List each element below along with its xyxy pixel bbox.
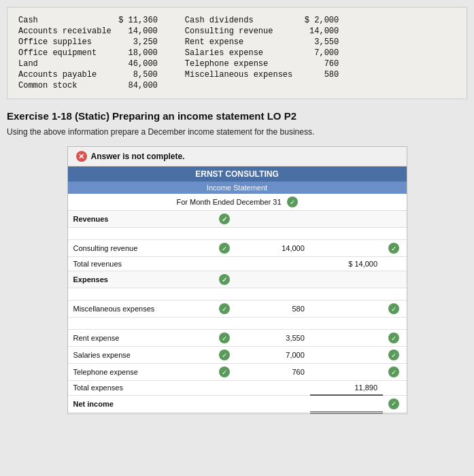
account-name: Office equipment (18, 48, 112, 58)
expenses-check-icon: ✓ (219, 274, 230, 285)
total-expenses-row: Total expenses 11,890 (68, 381, 407, 396)
rent-expense-row: Rent expense ✓ 3,550 ✓ (68, 330, 407, 347)
account-row: Land46,000 (18, 59, 158, 69)
account-name: Office supplies (18, 37, 112, 47)
account-value: 14,000 (298, 27, 339, 36)
answer-status: ✕ Answer is not complete. (68, 147, 407, 167)
account-value: 46,000 (117, 59, 158, 69)
account-row: Salaries expense7,000 (185, 48, 339, 58)
account-name: Miscellaneous expenses (185, 70, 292, 80)
total-revenues-label: Total revenues (68, 257, 214, 271)
account-row: Accounts payable8,500 (18, 70, 158, 80)
telephone-check: ✓ (214, 364, 237, 381)
account-name: Cash (18, 16, 112, 25)
rent-expense-label: Rent expense (68, 330, 214, 347)
rent-check2-icon: ✓ (388, 333, 399, 343)
misc-expense-label: Miscellaneous expenses (68, 301, 214, 318)
blank-row-3 (68, 318, 407, 330)
answer-status-text: Answer is not complete. (91, 152, 185, 161)
company-name: ERNST CONSULTING (68, 167, 407, 182)
expenses-label: Expenses (68, 271, 214, 288)
consulting-revenue-row: Consulting revenue ✓ 14,000 ✓ (68, 240, 407, 257)
misc-expense-row: Miscellaneous expenses ✓ 580 ✓ (68, 301, 407, 318)
account-row: Consulting revenue14,000 (185, 27, 339, 36)
consulting-check2-icon: ✓ (388, 243, 399, 254)
exercise-title: Exercise 1-18 (Static) Preparing an inco… (7, 110, 467, 122)
account-value: $ 11,360 (117, 16, 158, 25)
salaries-check2: ✓ (383, 347, 406, 364)
account-value: 18,000 (117, 48, 158, 58)
consulting-check-icon: ✓ (219, 243, 230, 254)
statement-period: For Month Ended December 31 ✓ (68, 194, 407, 211)
telephone-expense-amount: 760 (237, 364, 309, 381)
right-accounts: Cash dividends$ 2,000Consulting revenue1… (185, 16, 339, 90)
expenses-check: ✓ (214, 271, 237, 288)
account-value: 7,000 (298, 48, 339, 58)
expenses-row: Expenses ✓ (68, 271, 407, 288)
account-value: 3,250 (117, 37, 158, 47)
account-value: 760 (298, 59, 339, 69)
net-income-amount (310, 395, 383, 412)
rent-check: ✓ (214, 330, 237, 347)
consulting-revenue-amount: 14,000 (237, 240, 309, 257)
misc-check2-icon: ✓ (388, 303, 399, 314)
error-icon: ✕ (76, 151, 87, 162)
account-value: 14,000 (117, 27, 158, 36)
revenues-check: ✓ (214, 211, 237, 228)
blank-row-1 (68, 228, 407, 240)
answer-box: ✕ Answer is not complete. ERNST CONSULTI… (67, 146, 407, 414)
account-row: Accounts receivable14,000 (18, 27, 158, 36)
misc-check2: ✓ (383, 301, 406, 318)
net-income-label: Net income (68, 395, 214, 412)
revenues-check-icon: ✓ (219, 214, 230, 224)
total-revenues-row: Total revenues $ 14,000 (68, 257, 407, 271)
account-row: Cash dividends$ 2,000 (185, 16, 339, 25)
salaries-expense-label: Salaries expense (68, 347, 214, 364)
account-value: 8,500 (117, 70, 158, 80)
account-name: Rent expense (185, 37, 292, 47)
reference-data: Cash$ 11,360Accounts receivable14,000Off… (7, 7, 467, 99)
consulting-check: ✓ (214, 240, 237, 257)
account-row: Cash$ 11,360 (18, 16, 158, 25)
misc-expense-amount: 580 (237, 301, 309, 318)
blank-row-2 (68, 288, 407, 301)
telephone-check2: ✓ (383, 364, 406, 381)
account-row: Rent expense3,550 (185, 37, 339, 47)
account-name: Cash dividends (185, 16, 292, 25)
account-row: Office supplies3,250 (18, 37, 158, 47)
exercise-desc: Using the above information prepare a De… (7, 127, 467, 137)
account-value: 3,550 (298, 37, 339, 47)
telephone-check2-icon: ✓ (388, 367, 399, 377)
account-name: Accounts payable (18, 70, 112, 80)
telephone-check-icon: ✓ (219, 367, 230, 377)
net-income-check-icon: ✓ (388, 398, 399, 409)
rent-check-icon: ✓ (219, 333, 230, 343)
account-value: 580 (298, 70, 339, 80)
account-row: Office equipment18,000 (18, 48, 158, 58)
account-name: Accounts receivable (18, 27, 112, 36)
account-name: Common stock (18, 81, 112, 90)
account-name: Consulting revenue (185, 27, 292, 36)
revenues-label: Revenues (68, 211, 214, 228)
income-statement-table: Revenues ✓ Consulting revenue ✓ 14,000 ✓… (68, 211, 407, 413)
left-accounts: Cash$ 11,360Accounts receivable14,000Off… (18, 16, 158, 90)
revenues-row: Revenues ✓ (68, 211, 407, 228)
salaries-expense-amount: 7,000 (237, 347, 309, 364)
salaries-check-icon: ✓ (219, 350, 230, 360)
rent-check2: ✓ (383, 330, 406, 347)
salaries-check2-icon: ✓ (388, 350, 399, 360)
account-row: Common stock84,000 (18, 81, 158, 90)
total-expenses-label: Total expenses (68, 381, 214, 396)
net-income-row: Net income ✓ (68, 395, 407, 412)
net-income-check: ✓ (383, 395, 406, 412)
telephone-expense-row: Telephone expense ✓ 760 ✓ (68, 364, 407, 381)
salaries-check: ✓ (214, 347, 237, 364)
consulting-revenue-label: Consulting revenue (68, 240, 214, 257)
account-value: 84,000 (117, 81, 158, 90)
statement-type: Income Statement (68, 182, 407, 194)
total-expenses-amount: 11,890 (310, 381, 383, 396)
total-revenues-amount: $ 14,000 (310, 257, 383, 271)
account-row: Miscellaneous expenses580 (185, 70, 339, 80)
salaries-expense-row: Salaries expense ✓ 7,000 ✓ (68, 347, 407, 364)
period-check-icon: ✓ (287, 197, 298, 207)
